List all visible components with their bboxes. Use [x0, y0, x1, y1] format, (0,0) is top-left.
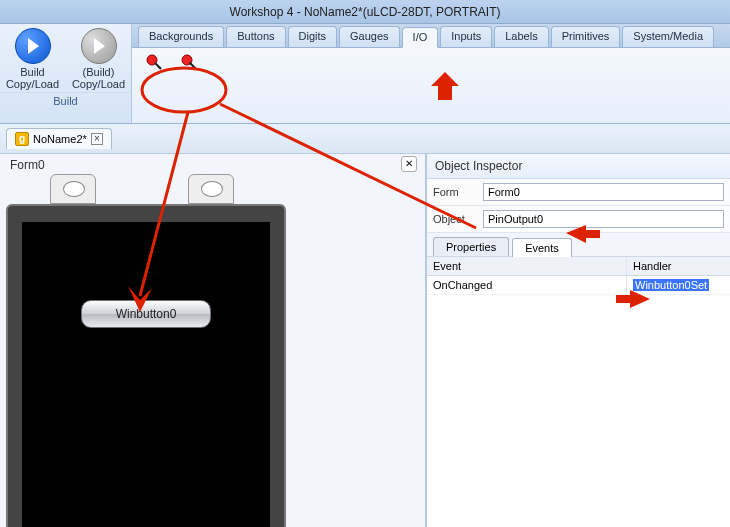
events-grid: Event Handler OnChanged Winbutton0Set [427, 257, 730, 527]
window-title: Workshop 4 - NoName2*(uLCD-28DT, PORTRAI… [0, 0, 730, 24]
design-canvas-pane: Form0 ✕ Winbutton0 [0, 154, 426, 527]
event-handler[interactable]: Winbutton0Set [627, 276, 730, 294]
tab-labels[interactable]: Labels [494, 26, 548, 47]
build-group-label: Build [0, 92, 131, 107]
form-field-label: Form [433, 186, 477, 198]
build-paren-copy-load-button[interactable]: (Build) Copy/Load [72, 28, 126, 90]
pin-output-icon[interactable] [181, 54, 199, 72]
close-form-icon[interactable]: ✕ [401, 156, 417, 172]
pin-input-icon[interactable] [146, 54, 164, 72]
event-name: OnChanged [427, 276, 627, 294]
form-label: Form0 [10, 158, 45, 172]
tab-inputs[interactable]: Inputs [440, 26, 492, 47]
inspector-title: Object Inspector [427, 154, 730, 179]
close-tab-icon[interactable]: × [91, 133, 103, 145]
form-field[interactable] [483, 183, 724, 201]
tab-properties[interactable]: Properties [433, 237, 509, 256]
build-group: Build Copy/Load (Build) Copy/Load Build [0, 24, 132, 123]
tab-gauges[interactable]: Gauges [339, 26, 400, 47]
tab-primitives[interactable]: Primitives [551, 26, 621, 47]
ribbon: Build Copy/Load (Build) Copy/Load Build … [0, 24, 730, 124]
object-field-label: Object [433, 213, 477, 225]
winbutton0[interactable]: Winbutton0 [81, 300, 211, 328]
tab-system-media[interactable]: System/Media [622, 26, 714, 47]
screen[interactable]: Winbutton0 [22, 222, 270, 527]
col-handler: Handler [627, 257, 730, 275]
object-field[interactable] [483, 210, 724, 228]
event-row[interactable]: OnChanged Winbutton0Set [427, 276, 730, 295]
inspector-tabs: Properties Events [427, 233, 730, 257]
file-tabs: g NoName2* × [0, 124, 730, 154]
device-mockup: Winbutton0 [6, 196, 286, 527]
ribbon-tabs: Backgrounds Buttons Digits Gauges I/O In… [132, 24, 730, 48]
tab-backgrounds[interactable]: Backgrounds [138, 26, 224, 47]
build-copy-load-button[interactable]: Build Copy/Load [6, 28, 60, 90]
object-inspector: Object Inspector Form Object Properties … [426, 154, 730, 527]
tab-digits[interactable]: Digits [288, 26, 338, 47]
tab-events[interactable]: Events [512, 238, 572, 257]
tab-buttons[interactable]: Buttons [226, 26, 285, 47]
file-tab-label: NoName2* [33, 133, 87, 145]
tab-io[interactable]: I/O [402, 27, 439, 48]
col-event: Event [427, 257, 627, 275]
file-type-icon: g [15, 132, 29, 146]
ribbon-body [132, 48, 730, 123]
file-tab[interactable]: g NoName2* × [6, 128, 112, 149]
